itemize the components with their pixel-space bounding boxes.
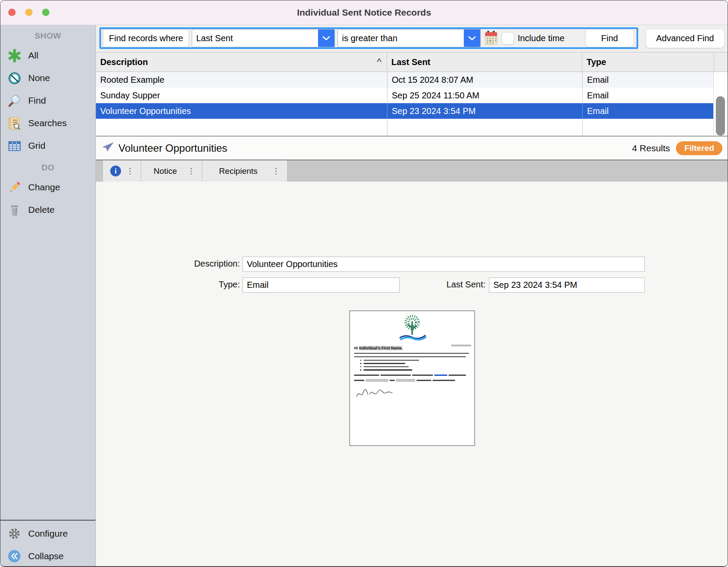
sidebar-item-label: Searches (28, 118, 67, 128)
sort-ascending-icon[interactable]: ^ (377, 56, 381, 68)
sidebar-item-change[interactable]: Change (0, 176, 95, 199)
window-title: Individual Sent Notice Records (297, 7, 431, 18)
type-field[interactable]: Email (243, 277, 400, 293)
notice-preview-thumbnail[interactable]: Hi Individual's First Name, (349, 310, 475, 446)
signature-scribble (355, 387, 398, 400)
column-header-type[interactable]: Type (582, 52, 714, 72)
field-select-value: Last Sent (192, 33, 318, 43)
table-row[interactable]: Sunday Supper Sep 25 2024 11:50 AM Email (96, 88, 728, 103)
results-table-header: Description ^ Last Sent Type (96, 52, 728, 72)
sidebar-item-searches[interactable]: Searches (0, 112, 95, 134)
find-criteria-group: Find records where Last Sent is greater … (99, 27, 638, 49)
column-header-description[interactable]: Description ^ (96, 52, 387, 72)
traffic-lights (8, 9, 49, 16)
preview-meta-line (451, 345, 471, 346)
asterisk-icon (7, 48, 22, 63)
gear-icon (7, 526, 22, 541)
sidebar-footer: Configure Collapse (0, 520, 95, 567)
collapse-chevrons-icon (7, 549, 22, 564)
preview-bullet-list (354, 359, 470, 371)
calendar-icon[interactable] (483, 29, 499, 47)
paper-plane-icon (102, 142, 115, 154)
description-field[interactable]: Volunteer Opportunities (243, 257, 645, 272)
last-sent-label: Last Sent: (400, 280, 485, 290)
cell-description: Volunteer Opportunities (96, 103, 387, 119)
close-window-button[interactable] (8, 9, 16, 16)
sidebar-item-label: Collapse (28, 551, 64, 561)
find-button[interactable]: Find (585, 29, 634, 47)
include-time-checkbox[interactable] (502, 32, 514, 45)
tab-label: Recipients (210, 166, 267, 176)
tab-notice[interactable]: Notice ⋮ (141, 160, 202, 182)
zoom-window-button[interactable] (42, 9, 49, 16)
record-header: Volunteer Opportunities 4 Results Filter… (96, 137, 728, 160)
operator-select-value: is greater than (338, 33, 464, 43)
cell-type: Email (582, 72, 714, 88)
content-area: Find records where Last Sent is greater … (96, 25, 728, 567)
tab-info[interactable]: i ⋮ (103, 160, 141, 182)
record-title: Volunteer Opportunities (118, 142, 227, 154)
sidebar-do-header: DO (0, 160, 95, 176)
table-row[interactable]: Rooted Example Oct 15 2024 8:07 AM Email (96, 72, 728, 88)
sidebar-item-grid[interactable]: Grid (0, 134, 95, 157)
field-select[interactable]: Last Sent (192, 29, 335, 47)
filtered-badge[interactable]: Filtered (676, 141, 722, 155)
operator-select[interactable]: is greater than (338, 29, 481, 47)
sidebar-item-label: Grid (28, 140, 46, 151)
pencil-icon (7, 180, 22, 195)
description-label: Description: (152, 259, 240, 269)
sidebar: SHOW All None Find (0, 25, 96, 567)
results-count: 4 Results (632, 143, 670, 153)
chevron-down-icon (318, 29, 334, 47)
tree-logo (396, 315, 429, 343)
sidebar-item-label: Change (28, 182, 60, 192)
tab-recipients[interactable]: Recipients ⋮ (203, 160, 287, 182)
minimize-window-button[interactable] (25, 9, 33, 16)
sidebar-item-label: Configure (28, 528, 68, 539)
cell-description: Rooted Example (96, 72, 387, 88)
preview-link-line (354, 374, 470, 376)
tab-menu-handle-icon[interactable]: ⋮ (187, 167, 195, 175)
tab-menu-handle-icon[interactable]: ⋮ (272, 167, 280, 175)
tab-menu-handle-icon[interactable]: ⋮ (126, 167, 134, 175)
cell-last-sent: Sep 23 2024 3:54 PM (387, 103, 582, 119)
find-records-where-label: Find records where (103, 29, 189, 47)
table-scrollbar[interactable] (713, 72, 728, 136)
search-row: Find records where Last Sent is greater … (96, 25, 728, 52)
sidebar-show-header: SHOW (0, 28, 95, 44)
results-table-body: Rooted Example Oct 15 2024 8:07 AM Email… (96, 72, 728, 136)
column-header-last-sent[interactable]: Last Sent (387, 52, 582, 72)
cell-type: Email (582, 88, 714, 103)
preview-merge-line (354, 379, 470, 382)
last-sent-field[interactable]: Sep 23 2024 3:54 PM (489, 277, 645, 293)
grid-table-icon (7, 138, 22, 153)
tab-label: Notice (148, 166, 182, 176)
preview-greeting: Hi Individual's First Name, (354, 346, 470, 350)
advanced-find-button[interactable]: Advanced Find (646, 29, 725, 48)
titlebar: Individual Sent Notice Records (0, 0, 728, 25)
trash-icon (7, 202, 22, 217)
sidebar-item-find[interactable]: Find (0, 89, 95, 112)
scroll-search-icon (7, 116, 22, 130)
sidebar-item-collapse[interactable]: Collapse (0, 545, 95, 567)
preview-text-line (354, 352, 470, 354)
chevron-down-icon (464, 29, 480, 47)
info-icon: i (110, 166, 121, 176)
sidebar-item-label: None (28, 73, 50, 83)
magnifier-icon (7, 93, 22, 108)
table-scrollbar-thumb[interactable] (716, 96, 725, 136)
sidebar-item-all[interactable]: All (0, 44, 95, 67)
sidebar-item-label: Find (28, 95, 46, 106)
sidebar-item-configure[interactable]: Configure (0, 522, 95, 545)
table-row-selected[interactable]: Volunteer Opportunities Sep 23 2024 3:54… (96, 103, 728, 119)
table-empty-area (96, 119, 728, 136)
preview-body: Hi Individual's First Name, (350, 343, 474, 402)
cell-description: Sunday Supper (96, 88, 387, 103)
sidebar-item-label: Delete (28, 205, 55, 215)
sidebar-item-label: All (28, 50, 38, 61)
cell-type: Email (582, 103, 714, 119)
preview-text-line (354, 355, 470, 357)
sidebar-item-delete[interactable]: Delete (0, 199, 95, 221)
merge-field: Individual's First Name (359, 346, 402, 350)
sidebar-item-none[interactable]: None (0, 67, 95, 89)
